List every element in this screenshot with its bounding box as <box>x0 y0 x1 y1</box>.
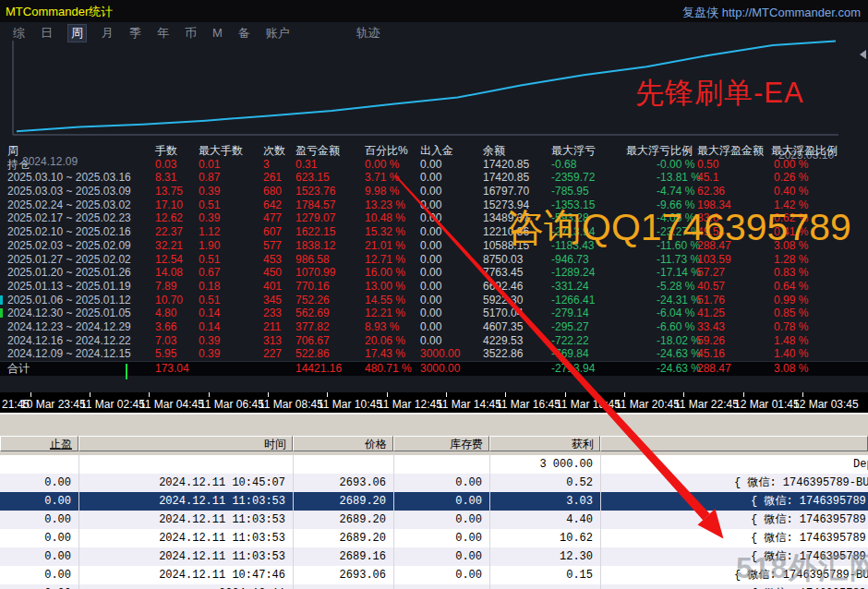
cell: 0.39 <box>199 211 220 225</box>
cell: 0.03 <box>155 158 176 172</box>
cell: 453 <box>263 253 282 267</box>
cell: 45.1 <box>697 171 718 185</box>
cell: 607 <box>263 225 282 239</box>
cell: 2024.12.11 11:03:53 <box>78 492 285 511</box>
cell: -17.14 % <box>657 266 701 280</box>
cell: 次数 <box>263 144 285 158</box>
ea-watermark: 先锋刷单-EA <box>635 74 804 113</box>
cell: 2025.03.10 ~ 2025.03.16 <box>7 171 131 185</box>
cell: 0.00 <box>420 266 441 280</box>
cell: 0.64 % <box>774 280 808 294</box>
cell: 3 <box>263 158 270 172</box>
cell: 2025.01.27 ~ 2025.02.02 <box>7 253 131 267</box>
stats-row[interactable]: 2025.03.10 ~ 2025.03.168.310.87261623.15… <box>0 171 868 185</box>
column-header-获利[interactable]: 获利 <box>489 436 600 451</box>
cell: 8750.03 <box>483 253 523 267</box>
column-header-库存费[interactable]: 库存费 <box>393 436 489 451</box>
cell: 0.67 <box>199 266 220 280</box>
stats-row[interactable]: 2025.03.03 ~ 2025.03.0913.750.396801523.… <box>0 185 868 198</box>
trade-comment: { 微信: 1746395789 -Sell } <box>751 511 868 529</box>
cell: 0.00 <box>420 294 441 307</box>
cell: 2024.12.30 ~ 2025.01.05 <box>7 307 131 320</box>
stats-row[interactable]: 2025.01.06 ~ 2025.01.1210.700.51345752.2… <box>0 294 868 307</box>
cell: 20.06 % <box>365 334 405 348</box>
cell: -279.14 <box>551 307 589 320</box>
axis-tick <box>505 392 506 397</box>
cell: 16.00 % <box>365 266 405 280</box>
stats-row[interactable]: 2024.12.16 ~ 2024.12.227.030.39313706.67… <box>0 334 868 348</box>
time-axis: 21:4510 Mar 23:4511 Mar 02:4511 Mar 04:4… <box>0 392 868 413</box>
cell: 最大手数 <box>199 144 243 158</box>
cell: 13.00 % <box>365 280 405 294</box>
cell: 2025.02.24 ~ 2025.03.02 <box>7 198 131 212</box>
cell: -331.24 <box>551 280 589 294</box>
cell: 2025.01.06 ~ 2025.01.12 <box>7 294 131 307</box>
cell: 0.51 <box>199 198 220 212</box>
cell: 1.40 % <box>774 347 808 361</box>
stats-row[interactable]: 2025.01.27 ~ 2025.02.0212.540.51453986.5… <box>0 253 868 267</box>
cell: 2024.12.11 11:03:53 <box>78 547 285 566</box>
cell: 477 <box>263 211 282 225</box>
cell: 1784.57 <box>295 198 335 212</box>
cell: 0.51 <box>199 294 220 307</box>
cell: 4.40 <box>489 511 593 529</box>
stats-row[interactable]: 2025.01.20 ~ 2025.01.2614.080.674501070.… <box>0 266 868 280</box>
cell: -0.00 % <box>657 158 694 172</box>
stats-row[interactable]: 2024.12.23 ~ 2024.12.293.660.14211377.82… <box>0 320 868 334</box>
cell: 0.00 <box>0 529 71 547</box>
cell: 0.87 <box>199 171 220 185</box>
cell: 0.00 <box>393 547 482 566</box>
cell: 45.16 <box>697 347 725 361</box>
axis-label: 11 Mar 04:45 <box>139 398 204 411</box>
stats-total-row[interactable]: 合计173.0414421.16480.71 %3000.00-2713.94-… <box>0 361 868 376</box>
cell: 0.00 <box>420 253 441 267</box>
cell: 103.59 <box>697 253 731 267</box>
cell: 233 <box>263 307 282 320</box>
menu-item-M[interactable]: M <box>212 26 223 40</box>
trade-row[interactable]: 3 000.00Deposit <box>0 455 868 475</box>
cell: 0.00 <box>393 566 482 584</box>
cell: -2713.94 <box>551 362 595 376</box>
stats-row-open-position[interactable]: 持仓0.030.0130.310.00 %0.0017420.85-0.68-0… <box>0 158 868 172</box>
column-header-comment[interactable] <box>600 436 868 451</box>
cell: 32.21 <box>155 239 183 253</box>
cell: 0.00 <box>393 511 482 529</box>
cell: -946.73 <box>551 253 589 267</box>
cell: 2024.12.11 11:03:53 <box>78 529 285 547</box>
cell: 0.26 % <box>774 171 808 185</box>
column-header-时间[interactable]: 时间 <box>78 436 293 451</box>
cell: 2025.01.13 ~ 2025.01.19 <box>7 280 131 294</box>
column-header-止盈[interactable]: 止盈 <box>0 436 78 451</box>
axis-tick <box>565 392 566 397</box>
cell: 5.95 <box>155 347 176 361</box>
trade-row-selected[interactable]: 0.002024.12.11 11:03:532689.200.003.03{ … <box>0 492 868 511</box>
trade-row[interactable]: 0.002024.12.11 11:03:532689.200.004.40{ … <box>0 511 868 530</box>
cell: 1.48 % <box>774 334 808 348</box>
cell: 3522.86 <box>483 347 523 361</box>
cell: -2359.72 <box>551 171 595 185</box>
trade-row[interactable]: 0.002024.12.11 10:45:072693.060.000.52{ … <box>0 474 868 493</box>
cell: 12.21 % <box>365 307 405 320</box>
cell: 0.00 <box>420 211 441 225</box>
stats-row[interactable]: 2025.01.13 ~ 2025.01.197.890.18401770.16… <box>0 280 868 294</box>
stats-row[interactable]: 2024.12.09 ~ 2024.12.155.950.39227522.86… <box>0 347 868 361</box>
axis-tick <box>149 392 150 397</box>
cell: -0.68 <box>551 158 576 172</box>
cell: 5170.04 <box>483 307 523 320</box>
cell: 8.31 <box>155 171 176 185</box>
trade-row[interactable]: 0.002024.12.11 11:03:532689.200.0010.62{… <box>0 529 868 548</box>
cell: 12.54 <box>155 253 183 267</box>
cell: 40.57 <box>697 280 725 294</box>
cell: 16797.70 <box>483 185 529 198</box>
axis-label: 11 Mar 18:45 <box>556 398 621 411</box>
grid-line <box>293 455 294 589</box>
cell: 1279.07 <box>295 211 335 225</box>
stats-row[interactable]: 2024.12.30 ~ 2025.01.054.800.14233562.69… <box>0 307 868 320</box>
site518-watermark: 518外汇网 <box>736 548 868 589</box>
column-header-价格[interactable]: 价格 <box>293 436 393 451</box>
axis-label: 11 Mar 16:45 <box>496 398 561 411</box>
axis-label: 11 Mar 20:45 <box>615 398 680 411</box>
cell: 0.18 <box>199 280 220 294</box>
trade-comment: Deposit <box>853 455 868 474</box>
cell: 15.32 % <box>365 225 405 239</box>
